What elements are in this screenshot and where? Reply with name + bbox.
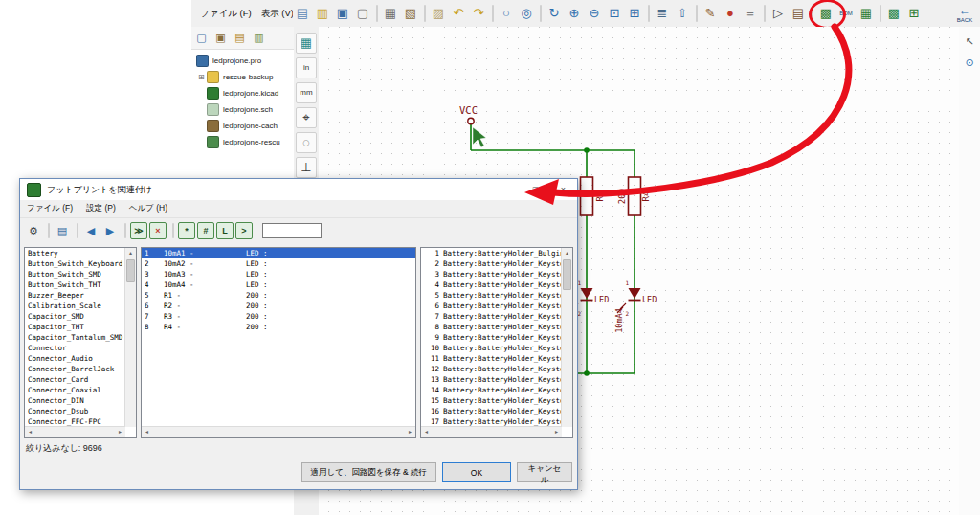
netlist-icon[interactable]: ≡ xyxy=(741,4,760,23)
component-item[interactable]: 8 R4 - 200 : xyxy=(142,322,415,332)
scroll-left-icon[interactable]: ◂ xyxy=(421,427,432,437)
grid-settings-icon[interactable]: ⊞ xyxy=(904,4,924,23)
library-hscrollbar[interactable]: ◂ ▸ xyxy=(25,426,125,437)
zoom-in-icon[interactable]: ⊕ xyxy=(565,4,584,23)
footprint-item[interactable]: 11 Battery:BatteryHolder_Keystone_24 xyxy=(421,353,562,364)
units-mm-icon[interactable]: mm xyxy=(296,82,317,103)
library-vscrollbar[interactable]: ▴ xyxy=(124,248,136,427)
scroll-right-icon[interactable]: ▸ xyxy=(405,427,415,437)
library-item[interactable]: Button_Switch_Keyboard xyxy=(25,258,125,269)
find-icon[interactable]: ○ xyxy=(497,4,516,23)
erc-icon[interactable]: ● xyxy=(721,4,740,23)
menu-item[interactable]: ファイル (F) xyxy=(195,8,256,20)
zoom-selection-icon[interactable]: ⊞ xyxy=(625,4,644,23)
library-item[interactable]: Button_Switch_THT xyxy=(25,280,125,290)
footprint-item[interactable]: 1 Battery:BatteryHolder_Bulgin_BX003 xyxy=(421,248,562,258)
scroll-thumb[interactable] xyxy=(126,259,135,282)
footprint-item[interactable]: 13 Battery:BatteryHolder_Keystone_24 xyxy=(421,374,562,385)
unarchive-project-icon[interactable]: ▥ xyxy=(251,30,267,46)
footprint-item[interactable]: 4 Battery:BatteryHolder_Keystone_10 xyxy=(421,280,562,290)
redo-icon[interactable]: ↷ xyxy=(469,4,488,23)
settings-gear-icon[interactable]: ⚙ xyxy=(25,222,42,239)
symbol-editor-icon[interactable]: ▷ xyxy=(768,4,788,23)
expander-icon[interactable]: ⊞ xyxy=(198,73,206,81)
hierarchy-navigator-icon[interactable]: ≣ xyxy=(653,4,672,23)
tree-item[interactable]: ledprojone.sch xyxy=(191,101,294,118)
library-item[interactable]: Connector_Audio xyxy=(25,353,125,364)
scroll-up-icon[interactable]: ▴ xyxy=(562,248,572,258)
minimize-button[interactable]: — xyxy=(494,179,522,200)
scroll-right-icon[interactable]: ▸ xyxy=(115,427,125,437)
leave-sheet-icon[interactable]: ⇧ xyxy=(673,4,692,23)
annotate-icon[interactable]: ✎ xyxy=(701,4,720,23)
library-item[interactable]: Connector_Dsub xyxy=(25,406,125,416)
assign-footprints-icon[interactable]: ▩ xyxy=(816,4,835,23)
hv-wires-icon[interactable]: ⊥ xyxy=(296,157,317,178)
new-schematic-icon[interactable]: ▤ xyxy=(293,4,312,23)
component-item[interactable]: 2 10mA2 - LED : xyxy=(142,258,415,269)
tree-item[interactable]: ledprojone-cach xyxy=(191,118,294,134)
tree-root-item[interactable]: ledprojone.pro xyxy=(191,53,294,69)
library-item[interactable]: Capacitor_THT xyxy=(25,322,125,332)
footprint-item[interactable]: 12 Battery:BatteryHolder_Keystone_10 xyxy=(421,364,562,374)
refresh-icon[interactable]: ↻ xyxy=(545,4,564,23)
menu-item[interactable]: ヘルプ (H) xyxy=(122,203,174,214)
previous-component-icon[interactable]: ◀ xyxy=(82,222,100,239)
save-icon[interactable]: ▣ xyxy=(333,4,352,23)
filter-pincount-icon[interactable]: # xyxy=(197,222,214,239)
footprint-item[interactable]: 5 Battery:BatteryHolder_Keystone_10 xyxy=(421,290,562,301)
footprint-item[interactable]: 16 Battery:BatteryHolder_Keystone_30 xyxy=(421,406,562,416)
close-button[interactable]: × xyxy=(549,179,577,200)
footprint-item[interactable]: 14 Battery:BatteryHolder_Keystone_24 xyxy=(421,385,562,395)
footprint-libraries-icon[interactable]: ▤ xyxy=(54,222,71,239)
undo-icon[interactable]: ↶ xyxy=(449,4,468,23)
auto-associate-icon[interactable]: ≫ xyxy=(130,222,147,239)
tree-item[interactable]: ledprojone.kicad xyxy=(191,85,294,101)
scroll-up-icon[interactable]: ▴ xyxy=(125,248,136,258)
new-project-icon[interactable]: ▢ xyxy=(193,30,210,46)
footprint-item[interactable]: 2 Battery:BatteryHolder_Keystone_10 xyxy=(421,258,562,269)
find-replace-icon[interactable]: ◎ xyxy=(517,4,536,23)
scroll-thumb[interactable] xyxy=(563,259,571,290)
menu-item[interactable]: 設定 (P) xyxy=(79,203,122,214)
footprint-item[interactable]: 8 Battery:BatteryHolder_Keystone_10 xyxy=(421,322,562,332)
plot-icon[interactable]: ▧ xyxy=(401,4,420,23)
footprint-vscrollbar[interactable]: ▴ xyxy=(561,248,572,427)
component-item[interactable]: 4 10mA4 - LED : xyxy=(142,280,415,290)
footprint-item[interactable]: 10 Battery:BatteryHolder_Keystone_10 xyxy=(421,343,562,353)
component-item[interactable]: 5 R1 - 200 : xyxy=(142,290,415,301)
footprint-item[interactable]: 6 Battery:BatteryHolder_Keystone_10 xyxy=(421,301,562,311)
scroll-right-icon[interactable]: ▸ xyxy=(551,427,562,437)
scroll-left-icon[interactable]: ◂ xyxy=(142,427,152,437)
library-item[interactable]: Connector_DIN xyxy=(25,395,125,406)
footprint-hscrollbar[interactable]: ◂ ▸ xyxy=(421,426,562,437)
open-schematic-icon[interactable]: ▥ xyxy=(313,4,332,23)
library-browser-icon[interactable]: ▤ xyxy=(789,4,808,23)
library-item[interactable]: Connector_Card xyxy=(25,374,125,385)
cursor-tool-icon[interactable]: ↖ xyxy=(961,33,978,50)
cursor-shape-icon[interactable]: ⌖ xyxy=(296,107,317,128)
pcbnew-icon[interactable]: ▩ xyxy=(884,4,903,23)
paste-icon[interactable]: ▨ xyxy=(429,4,448,23)
library-item[interactable]: Connector xyxy=(25,343,125,353)
component-item[interactable]: 1 10mA1 - LED : xyxy=(142,248,415,258)
grid-toggle-icon[interactable]: ▦ xyxy=(296,33,317,54)
library-item[interactable]: Button_Switch_SMD xyxy=(25,269,125,280)
next-component-icon[interactable]: ▶ xyxy=(101,222,119,239)
maximize-button[interactable]: □ xyxy=(522,179,549,200)
component-item[interactable]: 6 R2 - 200 : xyxy=(142,301,415,311)
apply-save-continue-button[interactable]: 適用して、回路図を保存 & 続行 xyxy=(301,462,437,482)
filter-library-icon[interactable]: L xyxy=(216,222,234,239)
zoom-fit-icon[interactable]: ⊡ xyxy=(605,4,624,23)
back-annotate-icon[interactable]: ← BACK xyxy=(949,5,980,23)
footprint-item[interactable]: 9 Battery:BatteryHolder_Keystone_10 xyxy=(421,332,562,343)
print-icon[interactable]: ▦ xyxy=(381,4,400,23)
library-item[interactable]: Calibration_Scale xyxy=(25,301,125,311)
footprint-item[interactable]: 3 Battery:BatteryHolder_Keystone_10 xyxy=(421,269,562,280)
delete-associations-icon[interactable]: × xyxy=(149,222,167,239)
archive-project-icon[interactable]: ▤ xyxy=(232,30,248,46)
zoom-out-icon[interactable]: ⊖ xyxy=(585,4,604,23)
tree-item[interactable]: ledprojone-rescu xyxy=(191,134,294,150)
component-item[interactable]: 3 10mA3 - LED : xyxy=(142,269,415,280)
ok-button[interactable]: OK xyxy=(442,462,511,482)
